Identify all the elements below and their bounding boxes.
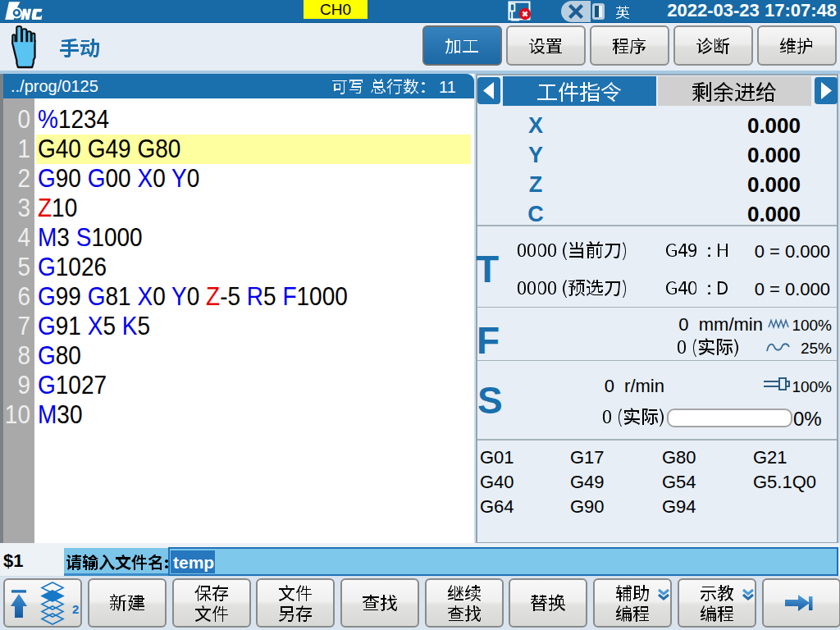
svg-text:2: 2 — [72, 602, 79, 616]
